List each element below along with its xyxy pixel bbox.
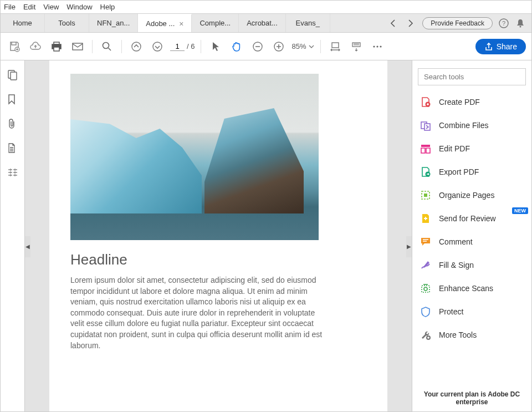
tool-organize-pages[interactable]: Organize Pages [420, 190, 526, 201]
tab-doc-4-label: Acrobat... [247, 19, 278, 27]
tab-doc-5[interactable]: Evans_ [286, 14, 330, 32]
tool-protect[interactable]: Protect [420, 306, 526, 317]
tab-doc-2-label: Adobe ... [146, 19, 175, 28]
page-number: / 6 [170, 42, 195, 51]
zoom-value: 85% [291, 42, 306, 50]
right-panel-toggle[interactable]: ▶ [406, 236, 412, 257]
share-button[interactable]: Share [475, 39, 526, 54]
document-viewport[interactable]: ◀ Headline Lorem ipsum dolor sit amet, c… [25, 60, 412, 411]
toolbar-separator [92, 40, 93, 53]
find-icon[interactable] [99, 38, 115, 55]
tool-label: Export PDF [439, 167, 479, 176]
tab-doc-4[interactable]: Acrobat... [239, 14, 286, 32]
tab-doc-2[interactable]: Adobe ... × [138, 14, 192, 32]
toolbar-separator [201, 40, 201, 53]
tool-more-tools[interactable]: More Tools [420, 329, 526, 340]
tool-label: Edit PDF [439, 144, 470, 153]
tab-nav-prev-icon[interactable] [387, 17, 399, 29]
enhance-scans-icon [420, 283, 431, 294]
chevron-down-icon [309, 44, 314, 49]
page-current-input[interactable] [170, 42, 185, 51]
toolbar: / 6 85% Share [1, 33, 531, 60]
combine-files-icon [420, 120, 431, 131]
tool-enhance-scans[interactable]: Enhance Scans [420, 283, 526, 294]
svg-rect-25 [426, 148, 430, 153]
tab-nav-next-icon[interactable] [405, 17, 417, 29]
menu-window[interactable]: Window [66, 3, 92, 11]
email-icon[interactable] [69, 38, 86, 55]
tab-doc-1-label: NFN_an... [97, 19, 130, 27]
tools-panel: Create PDF Combine Files Edit PDF Export… [412, 60, 531, 411]
tool-label: Fill & Sign [439, 261, 474, 269]
hand-tool-icon[interactable] [228, 38, 245, 55]
tool-edit-pdf[interactable]: Edit PDF [420, 143, 526, 154]
attachments-icon[interactable] [7, 118, 18, 129]
zoom-level[interactable]: 85% [291, 42, 314, 50]
tab-tools[interactable]: Tools [45, 14, 89, 32]
tool-comment[interactable]: Comment [420, 236, 526, 247]
svg-rect-28 [424, 194, 427, 197]
zoom-in-icon[interactable] [270, 38, 287, 55]
search-tools-input[interactable] [418, 68, 526, 85]
provide-feedback-button[interactable]: Provide Feedback [422, 17, 493, 29]
menu-help[interactable]: Help [100, 3, 115, 11]
tool-send-for-review[interactable]: Send for Review NEW [420, 213, 526, 224]
layers-icon[interactable] [7, 167, 18, 178]
tab-tools-label: Tools [58, 19, 75, 27]
page-display-icon[interactable] [348, 38, 365, 55]
export-pdf-icon [420, 166, 431, 177]
left-panel-toggle[interactable]: ◀ [25, 236, 30, 257]
svg-rect-29 [422, 286, 429, 292]
main-area: ◀ Headline Lorem ipsum dolor sit amet, c… [1, 60, 531, 411]
protect-icon [420, 306, 431, 317]
menu-edit[interactable]: Edit [23, 3, 35, 11]
fill-sign-icon [420, 260, 431, 271]
document-pane-icon[interactable] [7, 143, 18, 154]
toolbar-separator [121, 40, 122, 53]
selection-tool-icon[interactable] [207, 38, 224, 55]
tool-label: Combine Files [439, 121, 488, 130]
tool-label: More Tools [439, 330, 477, 339]
svg-point-9 [132, 42, 141, 51]
thumbnails-icon[interactable] [7, 69, 18, 80]
menu-view[interactable]: View [43, 3, 59, 11]
tool-combine-files[interactable]: Combine Files [420, 120, 526, 131]
tab-home[interactable]: Home [1, 14, 45, 32]
svg-rect-6 [54, 47, 59, 51]
svg-rect-13 [332, 43, 339, 48]
tab-home-label: Home [13, 19, 32, 27]
tool-fill-sign[interactable]: Fill & Sign [420, 260, 526, 271]
zoom-out-icon[interactable] [249, 38, 266, 55]
tool-create-pdf[interactable]: Create PDF [420, 96, 526, 108]
tab-doc-3[interactable]: Comple... [192, 14, 239, 32]
cloud-icon[interactable] [27, 38, 44, 55]
left-nav-rail [1, 60, 25, 411]
bookmarks-icon[interactable] [7, 94, 18, 105]
tool-label: Create PDF [439, 98, 480, 106]
page-up-icon[interactable] [128, 38, 145, 55]
page-total: / 6 [187, 42, 195, 50]
tab-bar-right: Provide Feedback ? [387, 17, 531, 29]
menu-file[interactable]: File [4, 3, 16, 11]
tools-list: Create PDF Combine Files Edit PDF Export… [418, 96, 526, 340]
tab-close-icon[interactable]: × [179, 19, 183, 28]
svg-text:?: ? [502, 20, 505, 27]
svg-rect-24 [421, 148, 425, 153]
print-icon[interactable] [48, 38, 65, 55]
help-icon[interactable]: ? [498, 18, 509, 29]
save-icon[interactable] [6, 38, 23, 55]
svg-point-10 [153, 42, 162, 51]
tool-export-pdf[interactable]: Export PDF [420, 166, 526, 177]
svg-rect-7 [73, 43, 83, 50]
tool-label: Protect [439, 307, 463, 316]
tool-label: Comment [439, 237, 473, 246]
fit-width-icon[interactable] [327, 38, 344, 55]
menu-bar: File Edit View Window Help [1, 1, 531, 14]
svg-point-16 [376, 45, 378, 47]
organize-pages-icon [420, 190, 431, 201]
page-down-icon[interactable] [149, 38, 166, 55]
notifications-icon[interactable] [515, 18, 526, 29]
tab-doc-1[interactable]: NFN_an... [89, 14, 138, 32]
tab-doc-5-label: Evans_ [296, 19, 320, 27]
more-tools-icon[interactable] [369, 38, 386, 55]
